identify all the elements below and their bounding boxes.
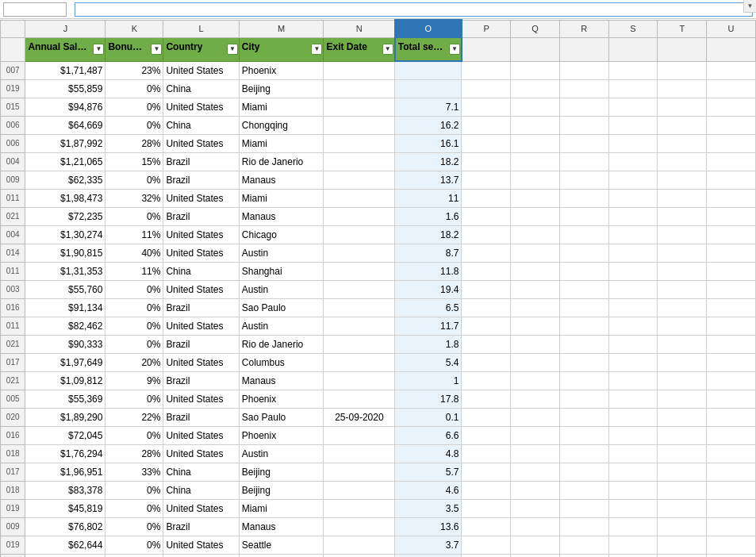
cell-total-service[interactable]: 11 bbox=[395, 189, 462, 207]
header-annual-salary[interactable]: Annual Salary ▼ bbox=[25, 37, 106, 61]
cell-exit-date[interactable] bbox=[324, 98, 395, 116]
cell-annual-salary[interactable]: $64,669 bbox=[25, 116, 106, 134]
cell-annual-salary[interactable]: $1,96,951 bbox=[25, 463, 106, 481]
col-letter-p[interactable]: P bbox=[462, 20, 511, 37]
cell-city[interactable]: Rio de Janerio bbox=[239, 152, 324, 171]
cell-total-service[interactable]: 17.8 bbox=[395, 390, 462, 408]
cell-exit-date[interactable] bbox=[324, 481, 395, 499]
filter-btn-annual-salary[interactable]: ▼ bbox=[93, 44, 104, 55]
col-letter-n[interactable]: N bbox=[324, 20, 395, 37]
cell-city[interactable]: Sao Paulo bbox=[239, 408, 324, 426]
cell-country[interactable]: Brazil bbox=[163, 152, 239, 171]
cell-total-service[interactable]: 19.4 bbox=[395, 280, 462, 298]
cell-total-service[interactable] bbox=[395, 79, 462, 98]
cell-city[interactable]: Austin bbox=[239, 280, 324, 298]
cell-annual-salary[interactable]: $55,859 bbox=[25, 79, 106, 98]
cell-exit-date[interactable] bbox=[324, 444, 395, 463]
cell-city[interactable]: Sao Paulo bbox=[239, 298, 324, 317]
cell-bonus-pct[interactable]: 0% bbox=[106, 481, 163, 499]
cell-country[interactable]: Brazil bbox=[163, 408, 239, 426]
cell-bonus-pct[interactable]: 0% bbox=[106, 280, 163, 298]
formula-input[interactable] bbox=[75, 2, 753, 17]
cell-country[interactable]: Brazil bbox=[163, 335, 239, 353]
cell-annual-salary[interactable]: $62,644 bbox=[25, 536, 106, 554]
filter-btn-total-service[interactable]: ▼ bbox=[449, 44, 460, 55]
cell-city[interactable]: Phoenix bbox=[239, 390, 324, 408]
cell-bonus-pct[interactable]: 0% bbox=[106, 426, 163, 444]
cell-annual-salary[interactable]: $55,760 bbox=[25, 280, 106, 298]
cell-city[interactable]: Beijing bbox=[239, 481, 324, 499]
cell-city[interactable]: Columbus bbox=[239, 353, 324, 371]
cell-bonus-pct[interactable]: 31% bbox=[106, 554, 163, 557]
cell-country[interactable]: Brazil bbox=[163, 207, 239, 225]
cell-annual-salary[interactable]: $1,87,992 bbox=[25, 134, 106, 152]
cell-annual-salary[interactable]: $1,89,290 bbox=[25, 408, 106, 426]
cell-total-service[interactable]: 6.5 bbox=[395, 298, 462, 317]
cell-total-service[interactable]: 4.8 bbox=[395, 444, 462, 463]
cell-annual-salary[interactable]: $76,802 bbox=[25, 517, 106, 536]
cell-country[interactable]: China bbox=[163, 79, 239, 98]
cell-city[interactable]: Miami bbox=[239, 189, 324, 207]
cell-country[interactable]: China bbox=[163, 481, 239, 499]
cell-bonus-pct[interactable]: 11% bbox=[106, 225, 163, 244]
cell-country[interactable]: China bbox=[163, 262, 239, 280]
cell-city[interactable]: Beijing bbox=[239, 79, 324, 98]
cell-city[interactable]: Austin bbox=[239, 244, 324, 262]
cell-exit-date[interactable] bbox=[324, 335, 395, 353]
cell-country[interactable]: Brazil bbox=[163, 298, 239, 317]
cell-exit-date[interactable] bbox=[324, 554, 395, 557]
cell-city[interactable]: Seattle bbox=[239, 554, 324, 557]
cell-country[interactable]: United States bbox=[163, 390, 239, 408]
cell-bonus-pct[interactable]: 22% bbox=[106, 408, 163, 426]
cell-bonus-pct[interactable]: 0% bbox=[106, 317, 163, 335]
header-country[interactable]: Country ▼ bbox=[163, 37, 239, 61]
cell-bonus-pct[interactable]: 20% bbox=[106, 353, 163, 371]
cell-total-service[interactable]: 1 bbox=[395, 371, 462, 390]
cell-total-service[interactable] bbox=[395, 61, 462, 79]
cell-exit-date[interactable] bbox=[324, 298, 395, 317]
cell-country[interactable]: Brazil bbox=[163, 517, 239, 536]
cell-total-service[interactable]: 11.8 bbox=[395, 262, 462, 280]
cell-country[interactable]: United States bbox=[163, 426, 239, 444]
cell-annual-salary[interactable]: $1,31,353 bbox=[25, 262, 106, 280]
cell-total-service[interactable]: 18.4 bbox=[395, 554, 462, 557]
filter-btn-city[interactable]: ▼ bbox=[311, 44, 322, 55]
cell-annual-salary[interactable]: $2,46,231 bbox=[25, 554, 106, 557]
cell-annual-salary[interactable]: $82,462 bbox=[25, 317, 106, 335]
cell-bonus-pct[interactable]: 0% bbox=[106, 390, 163, 408]
cell-total-service[interactable]: 16.2 bbox=[395, 116, 462, 134]
cell-bonus-pct[interactable]: 0% bbox=[106, 207, 163, 225]
cell-total-service[interactable]: 13.6 bbox=[395, 517, 462, 536]
cell-annual-salary[interactable]: $1,98,473 bbox=[25, 189, 106, 207]
col-letter-k[interactable]: K bbox=[106, 20, 163, 37]
cell-total-service[interactable]: 3.7 bbox=[395, 536, 462, 554]
col-letter-r[interactable]: R bbox=[559, 20, 608, 37]
col-letter-j[interactable]: J bbox=[25, 20, 106, 37]
cell-total-service[interactable]: 3.5 bbox=[395, 499, 462, 517]
cell-bonus-pct[interactable]: 40% bbox=[106, 244, 163, 262]
cell-country[interactable]: Brazil bbox=[163, 371, 239, 390]
cell-exit-date[interactable] bbox=[324, 189, 395, 207]
cell-exit-date[interactable] bbox=[324, 134, 395, 152]
filter-btn-country[interactable]: ▼ bbox=[227, 44, 238, 55]
cell-annual-salary[interactable]: $72,045 bbox=[25, 426, 106, 444]
cell-country[interactable]: China bbox=[163, 463, 239, 481]
cell-bonus-pct[interactable]: 0% bbox=[106, 171, 163, 189]
cell-country[interactable]: United States bbox=[163, 134, 239, 152]
cell-annual-salary[interactable]: $1,76,294 bbox=[25, 444, 106, 463]
cell-exit-date[interactable] bbox=[324, 536, 395, 554]
cell-city[interactable]: Manaus bbox=[239, 517, 324, 536]
cell-bonus-pct[interactable]: 33% bbox=[106, 463, 163, 481]
cell-total-service[interactable]: 16.1 bbox=[395, 134, 462, 152]
cell-country[interactable]: United States bbox=[163, 499, 239, 517]
cell-total-service[interactable]: 1.6 bbox=[395, 207, 462, 225]
cell-total-service[interactable]: 13.7 bbox=[395, 171, 462, 189]
cell-annual-salary[interactable]: $1,09,812 bbox=[25, 371, 106, 390]
cell-city[interactable]: Phoenix bbox=[239, 426, 324, 444]
cell-city[interactable]: Manaus bbox=[239, 207, 324, 225]
cell-city[interactable]: Shanghai bbox=[239, 262, 324, 280]
cell-bonus-pct[interactable]: 0% bbox=[106, 98, 163, 116]
cell-annual-salary[interactable]: $1,97,649 bbox=[25, 353, 106, 371]
cell-total-service[interactable]: 0.1 bbox=[395, 408, 462, 426]
col-letter-l[interactable]: L bbox=[163, 20, 239, 37]
